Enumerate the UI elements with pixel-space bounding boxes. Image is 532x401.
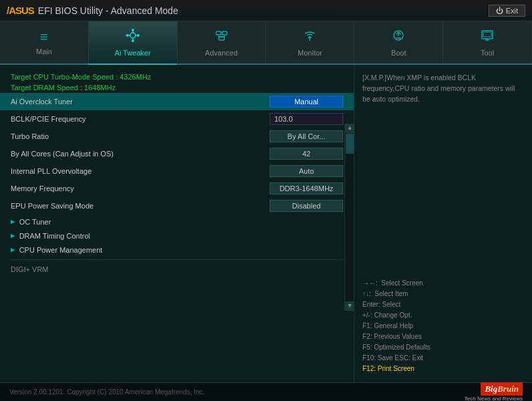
svg-rect-11 [483,32,491,37]
main-icon: ≡ [40,29,48,45]
oc-tuner-label: OC Tuner [19,218,51,226]
all-cores-value[interactable]: 42 [270,148,343,160]
asus-logo: /ASUS [7,5,34,16]
tab-boot-label: Boot [391,49,407,57]
hint-ud: ↑↓: Select Item [362,289,524,299]
cpu-power-label: CPU Power Management [19,246,103,254]
mem-freq-value[interactable]: DDR3-1648MHz [270,182,343,194]
svg-point-8 [308,36,311,39]
hint-f10: F10: Save ESC: Exit [362,353,524,364]
svg-point-2 [137,34,140,37]
help-text: [X.M.P.]When XMP is enabled BCLK frequen… [362,73,524,104]
hint-f12: F12: Print Screen [362,364,524,374]
hint-f2: F2: Previous Values [362,331,524,342]
scroll-track[interactable] [345,133,354,301]
turbo-ratio-value[interactable]: By All Cor... [270,130,343,142]
nav-tabs: ≡ Main Ai Tweaker Adva [0,21,532,65]
dram-speed-info: Target DRAM Speed : 1648MHz [0,82,354,93]
cpu-power-arrow: ▶ [11,245,15,254]
exit-icon: ⏻ [496,7,503,15]
main-content: Target CPU Turbo-Mode Speed : 4326MHz Ta… [0,65,532,382]
svg-point-1 [131,29,134,31]
bclk-freq-value[interactable]: 103.0 [270,113,343,125]
tab-boot[interactable]: Boot [354,21,443,63]
header-left: /ASUS EFI BIOS Utility - Advanced Mode [7,5,178,16]
bigbruin-logo: BigBruin [481,382,523,396]
boot-icon [391,28,406,46]
expand-dram-timing[interactable]: ▶ DRAM Timing Control [0,229,354,243]
scrollbar[interactable]: ▲ ▼ [344,124,354,311]
exit-label: Exit [506,7,518,15]
tool-icon [480,28,495,46]
setting-all-cores[interactable]: By All Cores (Can Adjust in OS) 42 [0,145,354,162]
hint-plusminus: +/-: Change Opt. [362,310,524,321]
oc-tuner-arrow: ▶ [11,217,15,226]
bigbruin-branding: BigBruin Tech News and Reviews [465,382,523,401]
tab-advanced-label: Advanced [205,49,238,57]
divider [11,259,343,260]
tab-monitor-label: Monitor [298,49,322,57]
ai-tweaker-icon [125,28,140,46]
tab-tool-label: Tool [481,49,494,57]
epu-power-value[interactable]: Disabled [270,200,343,212]
turbo-ratio-label: Turbo Ratio [11,132,49,140]
right-panel: [X.M.P.]When XMP is enabled BCLK frequen… [354,65,532,382]
expand-cpu-power[interactable]: ▶ CPU Power Management [0,243,354,257]
svg-point-4 [126,34,129,37]
footer-copyright: Version 2.00.1201. Copyright (C) 2010 Am… [9,388,204,396]
ai-overclock-label: Ai Overclock Tuner [11,98,73,106]
svg-point-3 [131,39,134,42]
digi-vrm-label: DIGI+ VRM [0,263,354,276]
setting-ai-overclock[interactable]: Ai Overclock Tuner Manual [0,93,354,110]
dram-timing-label: DRAM Timing Control [19,232,90,240]
pll-voltage-value[interactable]: Auto [270,165,343,177]
hint-arrows: →←: Select Screen [362,278,524,289]
hint-f5: F5: Optimized Defaults [362,342,524,353]
expand-oc-tuner[interactable]: ▶ OC Tuner [0,215,354,229]
tab-ai-tweaker-label: Ai Tweaker [115,49,151,57]
tab-advanced[interactable]: Advanced [178,21,266,63]
setting-pll-voltage[interactable]: Internal PLL Overvoltage Auto [0,162,354,180]
scroll-down-arrow[interactable]: ▼ [345,301,354,311]
tab-tool[interactable]: Tool [443,21,532,63]
setting-mem-freq[interactable]: Memory Frequency DDR3-1648MHz [0,180,354,197]
svg-rect-7 [219,37,224,40]
bigbruin-sub: Tech News and Reviews [465,396,523,401]
monitor-icon [302,28,317,46]
tab-ai-tweaker[interactable]: Ai Tweaker [89,21,178,65]
cpu-speed-info: Target CPU Turbo-Mode Speed : 4326MHz [0,72,354,82]
hint-enter: Enter: Select [362,299,524,310]
advanced-icon [214,28,229,46]
ai-overclock-value[interactable]: Manual [270,96,343,108]
hint-f1: F1: General Help [362,321,524,331]
dram-timing-arrow: ▶ [11,231,15,240]
footer: Version 2.00.1201. Copyright (C) 2010 Am… [0,382,532,401]
epu-power-label: EPU Power Saving Mode [11,202,93,210]
scroll-up-arrow[interactable]: ▲ [345,124,354,133]
bclk-freq-label: BCLK/PCIE Frequency [11,115,86,123]
setting-epu-power[interactable]: EPU Power Saving Mode Disabled [0,197,354,215]
tab-main-label: Main [36,47,52,55]
pll-voltage-label: Internal PLL Overvoltage [11,167,91,175]
scroll-thumb[interactable] [346,134,354,154]
setting-bclk-freq[interactable]: BCLK/PCIE Frequency 103.0 [0,110,354,128]
mem-freq-label: Memory Frequency [11,184,74,192]
all-cores-label: By All Cores (Can Adjust in OS) [11,150,113,158]
left-panel: Target CPU Turbo-Mode Speed : 4326MHz Ta… [0,65,354,382]
svg-point-0 [130,33,136,38]
header-bar: /ASUS EFI BIOS Utility - Advanced Mode ⏻… [0,0,532,21]
header-title: EFI BIOS Utility - Advanced Mode [38,5,178,16]
tab-main[interactable]: ≡ Main [0,21,89,63]
setting-turbo-ratio[interactable]: Turbo Ratio By All Cor... [0,128,354,145]
exit-button[interactable]: ⏻ Exit [489,5,525,17]
svg-rect-5 [216,31,221,35]
tab-monitor[interactable]: Monitor [266,21,354,63]
svg-rect-6 [222,31,227,35]
key-hints: →←: Select Screen ↑↓: Select Item Enter:… [362,278,524,374]
